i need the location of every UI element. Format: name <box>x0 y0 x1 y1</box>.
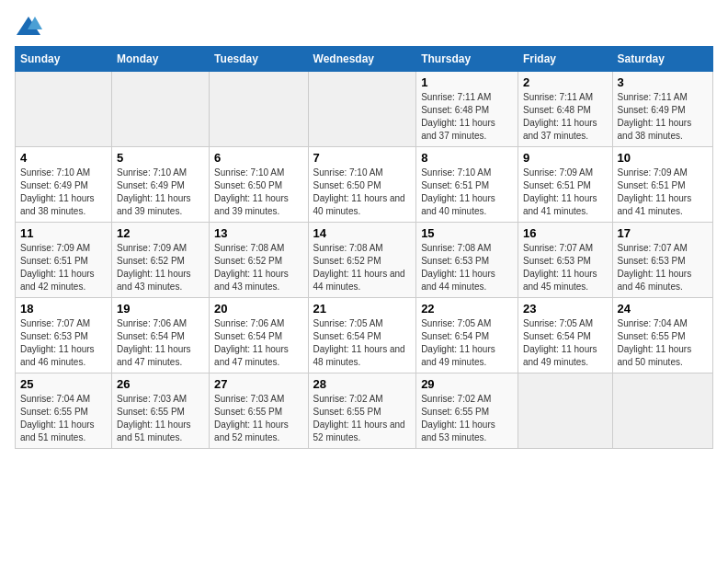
day-number: 6 <box>214 151 302 165</box>
day-number: 8 <box>421 151 513 165</box>
day-number: 20 <box>214 302 302 316</box>
calendar-cell <box>518 373 612 449</box>
calendar-cell: 10Sunrise: 7:09 AMSunset: 6:51 PMDayligh… <box>612 147 712 223</box>
day-header-thursday: Thursday <box>416 47 518 72</box>
calendar-cell: 3Sunrise: 7:11 AMSunset: 6:49 PMDaylight… <box>612 72 712 147</box>
day-number: 17 <box>618 226 708 240</box>
day-number: 27 <box>214 377 302 391</box>
calendar-cell: 20Sunrise: 7:06 AMSunset: 6:54 PMDayligh… <box>210 298 308 373</box>
day-number: 22 <box>421 302 513 316</box>
calendar-cell: 4Sunrise: 7:10 AMSunset: 6:49 PMDaylight… <box>16 147 112 223</box>
calendar-cell: 8Sunrise: 7:10 AMSunset: 6:51 PMDaylight… <box>416 147 518 223</box>
day-info: Sunrise: 7:05 AMSunset: 6:54 PMDaylight:… <box>523 317 608 369</box>
day-number: 10 <box>618 151 708 165</box>
calendar-cell: 25Sunrise: 7:04 AMSunset: 6:55 PMDayligh… <box>16 373 112 449</box>
day-info: Sunrise: 7:09 AMSunset: 6:52 PMDaylight:… <box>117 242 204 293</box>
day-info: Sunrise: 7:09 AMSunset: 6:51 PMDaylight:… <box>20 242 107 293</box>
day-info: Sunrise: 7:08 AMSunset: 6:52 PMDaylight:… <box>313 242 412 293</box>
calendar-cell: 21Sunrise: 7:05 AMSunset: 6:54 PMDayligh… <box>308 298 416 373</box>
calendar-header-row: SundayMondayTuesdayWednesdayThursdayFrid… <box>16 47 713 72</box>
day-number: 5 <box>117 151 204 165</box>
calendar-cell: 11Sunrise: 7:09 AMSunset: 6:51 PMDayligh… <box>16 223 112 298</box>
calendar-week-4: 18Sunrise: 7:07 AMSunset: 6:53 PMDayligh… <box>16 298 713 373</box>
day-number: 18 <box>20 302 107 316</box>
day-info: Sunrise: 7:02 AMSunset: 6:55 PMDaylight:… <box>421 393 513 444</box>
page-header <box>15 15 713 35</box>
day-number: 3 <box>618 75 708 89</box>
day-info: Sunrise: 7:10 AMSunset: 6:50 PMDaylight:… <box>214 167 302 218</box>
day-info: Sunrise: 7:02 AMSunset: 6:55 PMDaylight:… <box>313 393 412 444</box>
day-info: Sunrise: 7:06 AMSunset: 6:54 PMDaylight:… <box>117 317 204 369</box>
day-number: 16 <box>523 226 608 240</box>
calendar-cell: 5Sunrise: 7:10 AMSunset: 6:49 PMDaylight… <box>112 147 210 223</box>
day-info: Sunrise: 7:10 AMSunset: 6:51 PMDaylight:… <box>421 167 513 218</box>
calendar-cell: 1Sunrise: 7:11 AMSunset: 6:48 PMDaylight… <box>416 72 518 147</box>
day-info: Sunrise: 7:08 AMSunset: 6:52 PMDaylight:… <box>214 242 302 293</box>
calendar-cell: 15Sunrise: 7:08 AMSunset: 6:53 PMDayligh… <box>416 223 518 298</box>
calendar-cell: 24Sunrise: 7:04 AMSunset: 6:55 PMDayligh… <box>612 298 712 373</box>
calendar-week-2: 4Sunrise: 7:10 AMSunset: 6:49 PMDaylight… <box>16 147 713 223</box>
calendar-cell: 12Sunrise: 7:09 AMSunset: 6:52 PMDayligh… <box>112 223 210 298</box>
day-header-saturday: Saturday <box>612 47 712 72</box>
day-info: Sunrise: 7:05 AMSunset: 6:54 PMDaylight:… <box>421 317 513 369</box>
day-info: Sunrise: 7:04 AMSunset: 6:55 PMDaylight:… <box>20 393 107 444</box>
logo-icon <box>15 15 40 35</box>
day-info: Sunrise: 7:06 AMSunset: 6:54 PMDaylight:… <box>214 317 302 369</box>
calendar-cell: 28Sunrise: 7:02 AMSunset: 6:55 PMDayligh… <box>308 373 416 449</box>
calendar-cell: 27Sunrise: 7:03 AMSunset: 6:55 PMDayligh… <box>210 373 308 449</box>
day-header-sunday: Sunday <box>16 47 112 72</box>
day-header-friday: Friday <box>518 47 612 72</box>
day-info: Sunrise: 7:09 AMSunset: 6:51 PMDaylight:… <box>618 167 708 218</box>
calendar-cell <box>612 373 712 449</box>
calendar-cell: 9Sunrise: 7:09 AMSunset: 6:51 PMDaylight… <box>518 147 612 223</box>
day-info: Sunrise: 7:03 AMSunset: 6:55 PMDaylight:… <box>117 393 204 444</box>
day-number: 28 <box>313 377 412 391</box>
calendar-cell: 26Sunrise: 7:03 AMSunset: 6:55 PMDayligh… <box>112 373 210 449</box>
day-number: 29 <box>421 377 513 391</box>
calendar-cell: 19Sunrise: 7:06 AMSunset: 6:54 PMDayligh… <box>112 298 210 373</box>
calendar-table: SundayMondayTuesdayWednesdayThursdayFrid… <box>15 46 713 449</box>
day-info: Sunrise: 7:04 AMSunset: 6:55 PMDaylight:… <box>618 317 708 369</box>
day-info: Sunrise: 7:10 AMSunset: 6:49 PMDaylight:… <box>117 167 204 218</box>
day-header-tuesday: Tuesday <box>210 47 308 72</box>
calendar-cell <box>16 72 112 147</box>
day-info: Sunrise: 7:07 AMSunset: 6:53 PMDaylight:… <box>618 242 708 293</box>
calendar-cell: 16Sunrise: 7:07 AMSunset: 6:53 PMDayligh… <box>518 223 612 298</box>
day-info: Sunrise: 7:03 AMSunset: 6:55 PMDaylight:… <box>214 393 302 444</box>
day-info: Sunrise: 7:11 AMSunset: 6:48 PMDaylight:… <box>421 91 513 143</box>
day-info: Sunrise: 7:10 AMSunset: 6:50 PMDaylight:… <box>313 167 412 218</box>
day-number: 12 <box>117 226 204 240</box>
day-number: 14 <box>313 226 412 240</box>
calendar-cell: 29Sunrise: 7:02 AMSunset: 6:55 PMDayligh… <box>416 373 518 449</box>
day-info: Sunrise: 7:11 AMSunset: 6:48 PMDaylight:… <box>523 91 608 143</box>
day-number: 21 <box>313 302 412 316</box>
day-info: Sunrise: 7:07 AMSunset: 6:53 PMDaylight:… <box>20 317 107 369</box>
day-number: 15 <box>421 226 513 240</box>
calendar-cell: 13Sunrise: 7:08 AMSunset: 6:52 PMDayligh… <box>210 223 308 298</box>
day-info: Sunrise: 7:08 AMSunset: 6:53 PMDaylight:… <box>421 242 513 293</box>
day-number: 19 <box>117 302 204 316</box>
calendar-cell: 6Sunrise: 7:10 AMSunset: 6:50 PMDaylight… <box>210 147 308 223</box>
day-number: 11 <box>20 226 107 240</box>
day-info: Sunrise: 7:11 AMSunset: 6:49 PMDaylight:… <box>618 91 708 143</box>
calendar-cell: 2Sunrise: 7:11 AMSunset: 6:48 PMDaylight… <box>518 72 612 147</box>
calendar-cell: 23Sunrise: 7:05 AMSunset: 6:54 PMDayligh… <box>518 298 612 373</box>
day-info: Sunrise: 7:10 AMSunset: 6:49 PMDaylight:… <box>20 167 107 218</box>
day-header-monday: Monday <box>112 47 210 72</box>
day-number: 23 <box>523 302 608 316</box>
day-number: 1 <box>421 75 513 89</box>
day-number: 9 <box>523 151 608 165</box>
day-number: 24 <box>618 302 708 316</box>
logo <box>15 15 44 35</box>
calendar-week-5: 25Sunrise: 7:04 AMSunset: 6:55 PMDayligh… <box>16 373 713 449</box>
calendar-cell: 22Sunrise: 7:05 AMSunset: 6:54 PMDayligh… <box>416 298 518 373</box>
calendar-cell: 18Sunrise: 7:07 AMSunset: 6:53 PMDayligh… <box>16 298 112 373</box>
day-number: 7 <box>313 151 412 165</box>
calendar-cell: 17Sunrise: 7:07 AMSunset: 6:53 PMDayligh… <box>612 223 712 298</box>
day-number: 25 <box>20 377 107 391</box>
calendar-week-1: 1Sunrise: 7:11 AMSunset: 6:48 PMDaylight… <box>16 72 713 147</box>
calendar-cell <box>210 72 308 147</box>
day-number: 2 <box>523 75 608 89</box>
calendar-cell: 7Sunrise: 7:10 AMSunset: 6:50 PMDaylight… <box>308 147 416 223</box>
calendar-cell: 14Sunrise: 7:08 AMSunset: 6:52 PMDayligh… <box>308 223 416 298</box>
